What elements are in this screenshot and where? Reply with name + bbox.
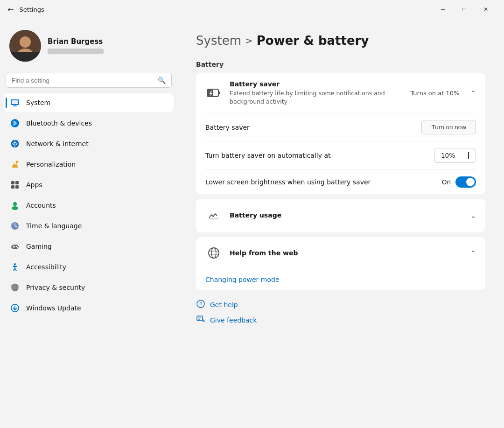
help-web-chevron-up-icon[interactable]: ⌃ bbox=[470, 249, 476, 257]
titlebar: ← Settings ─ □ ✕ bbox=[0, 0, 504, 19]
sidebar-item-time[interactable]: Time & language bbox=[4, 217, 174, 235]
battery-saver-header[interactable]: Battery saver Extend battery life by lim… bbox=[196, 73, 485, 113]
apps-icon bbox=[10, 180, 20, 189]
auto-turn-on-dropdown[interactable]: 10% bbox=[434, 148, 476, 163]
battery-section-label: Battery bbox=[196, 61, 485, 68]
brightness-toggle-wrap: On bbox=[442, 176, 476, 188]
svg-point-25 bbox=[17, 247, 18, 248]
sidebar-item-label-time: Time & language bbox=[26, 222, 82, 230]
sidebar-item-label-personalization: Personalization bbox=[26, 161, 76, 168]
system-icon bbox=[10, 98, 20, 107]
search-box[interactable]: 🔍 bbox=[6, 73, 172, 88]
svg-point-16 bbox=[13, 202, 17, 206]
changing-power-mode-link[interactable]: Changing power mode bbox=[196, 269, 485, 290]
battery-saver-info: Battery saver Extend battery life by lim… bbox=[230, 80, 403, 105]
get-help-label: Get help bbox=[210, 301, 238, 309]
bluetooth-icon bbox=[10, 119, 20, 128]
help-web-title: Help from the web bbox=[230, 249, 463, 257]
page-title: Power & battery bbox=[257, 34, 369, 48]
svg-rect-15 bbox=[15, 185, 19, 189]
help-web-header[interactable]: Help from the web ⌃ bbox=[196, 237, 485, 269]
battery-usage-chevron-down-icon[interactable]: ⌄ bbox=[470, 212, 476, 219]
brightness-toggle-label: On bbox=[442, 178, 451, 186]
sidebar-item-network[interactable]: Network & internet bbox=[4, 134, 174, 153]
sidebar-item-personalization[interactable]: Personalization bbox=[4, 155, 174, 174]
svg-rect-34 bbox=[218, 91, 220, 94]
svg-rect-12 bbox=[11, 181, 14, 184]
battery-usage-row[interactable]: Battery usage ⌄ bbox=[196, 199, 485, 232]
time-icon bbox=[10, 221, 20, 231]
brightness-row: Lower screen brightness when using batte… bbox=[196, 170, 485, 194]
sidebar-item-label-accessibility: Accessibility bbox=[26, 263, 66, 271]
gaming-icon bbox=[10, 242, 20, 251]
help-web-card: Help from the web ⌃ Changing power mode bbox=[196, 237, 485, 290]
brightness-toggle[interactable] bbox=[455, 176, 476, 188]
svg-rect-3 bbox=[9, 52, 41, 62]
back-icon[interactable]: ← bbox=[7, 5, 14, 14]
svg-rect-6 bbox=[12, 100, 18, 104]
bottom-links: ? Get help Give feedback bbox=[196, 299, 485, 325]
get-help-link[interactable]: ? Get help bbox=[196, 299, 485, 310]
battery-usage-icon bbox=[205, 207, 222, 224]
sidebar-item-bluetooth[interactable]: Bluetooth & devices bbox=[4, 114, 174, 133]
svg-point-17 bbox=[12, 206, 18, 210]
sidebar-item-system[interactable]: System bbox=[4, 93, 174, 112]
windows-update-icon bbox=[10, 303, 20, 313]
sidebar-item-label-privacy: Privacy & security bbox=[26, 284, 85, 291]
breadcrumb-system: System bbox=[196, 34, 241, 48]
sidebar-item-accounts[interactable]: Accounts bbox=[4, 196, 174, 215]
battery-saver-row-label: Battery saver bbox=[205, 124, 414, 131]
app-title: Settings bbox=[19, 6, 44, 13]
battery-usage-card: Battery usage ⌄ bbox=[196, 199, 485, 232]
svg-point-24 bbox=[16, 246, 17, 247]
privacy-icon bbox=[10, 283, 20, 292]
sidebar-item-privacy[interactable]: Privacy & security bbox=[4, 278, 174, 297]
auto-turn-on-label: Turn battery saver on automatically at bbox=[205, 152, 427, 159]
avatar bbox=[9, 30, 41, 62]
battery-saver-description: Extend battery life by limiting some not… bbox=[230, 89, 403, 105]
battery-saver-status: Turns on at 10% bbox=[410, 90, 459, 97]
main-content: System > Power & battery Battery Bat bbox=[177, 19, 504, 428]
user-profile: Brian Burgess bbox=[4, 24, 174, 71]
svg-point-37 bbox=[211, 248, 216, 258]
get-help-icon: ? bbox=[196, 299, 205, 310]
maximize-button[interactable]: □ bbox=[454, 2, 475, 17]
sidebar-item-windows-update[interactable]: Windows Update bbox=[4, 299, 174, 317]
svg-rect-5 bbox=[13, 105, 17, 106]
minimize-button[interactable]: ─ bbox=[432, 2, 454, 17]
titlebar-controls: ─ □ ✕ bbox=[432, 2, 497, 17]
network-icon bbox=[10, 139, 20, 148]
battery-saver-chevron-up-icon[interactable]: ⌃ bbox=[470, 89, 476, 97]
sidebar-item-label-bluetooth: Bluetooth & devices bbox=[26, 119, 92, 127]
sidebar-item-label-apps: Apps bbox=[26, 181, 42, 189]
svg-point-1 bbox=[20, 36, 31, 48]
sidebar-item-label-system: System bbox=[26, 99, 50, 106]
close-button[interactable]: ✕ bbox=[475, 2, 497, 17]
sidebar-item-gaming[interactable]: Gaming bbox=[4, 237, 174, 256]
give-feedback-link[interactable]: Give feedback bbox=[196, 315, 485, 325]
sidebar: Brian Burgess 🔍 System bbox=[0, 19, 177, 428]
help-web-icon bbox=[205, 245, 222, 261]
sidebar-item-accessibility[interactable]: Accessibility bbox=[4, 258, 174, 276]
auto-turn-on-value: 10% bbox=[441, 152, 455, 159]
accounts-icon bbox=[10, 201, 20, 210]
battery-saver-card: Battery saver Extend battery life by lim… bbox=[196, 73, 485, 194]
svg-rect-14 bbox=[11, 185, 14, 189]
sidebar-item-apps[interactable]: Apps bbox=[4, 175, 174, 194]
give-feedback-label: Give feedback bbox=[210, 316, 257, 324]
breadcrumb-separator: > bbox=[245, 35, 253, 46]
search-input[interactable] bbox=[12, 77, 154, 84]
svg-line-30 bbox=[15, 268, 16, 271]
give-feedback-icon bbox=[196, 315, 205, 325]
battery-saver-row: Battery saver Turn on now bbox=[196, 113, 485, 141]
user-name: Brian Burgess bbox=[48, 37, 104, 46]
sidebar-item-label-gaming: Gaming bbox=[26, 243, 52, 250]
breadcrumb: System > Power & battery bbox=[196, 34, 485, 48]
svg-point-36 bbox=[209, 248, 219, 258]
search-icon: 🔍 bbox=[158, 77, 166, 84]
battery-saver-icon bbox=[205, 84, 222, 101]
app-window: Brian Burgess 🔍 System bbox=[0, 19, 504, 428]
svg-text:?: ? bbox=[200, 302, 203, 308]
auto-turn-on-row: Turn battery saver on automatically at 1… bbox=[196, 141, 485, 169]
turn-on-now-button[interactable]: Turn on now bbox=[421, 120, 476, 134]
